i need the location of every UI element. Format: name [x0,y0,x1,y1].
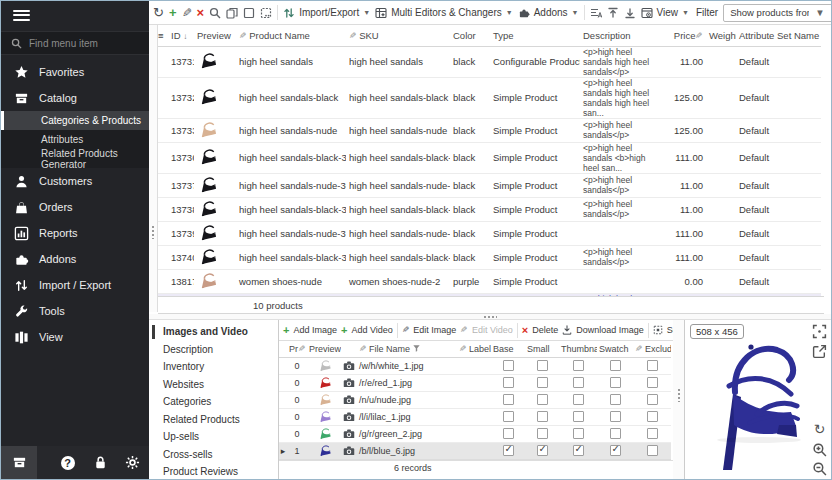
sidebar-item-11[interactable]: View [1,324,149,350]
delete-image-button[interactable]: ×Delete [522,325,558,336]
thumbnail-checkbox[interactable] [573,411,584,422]
cell-thumbnail[interactable] [559,374,597,391]
cell-small[interactable] [525,391,559,408]
cell-description[interactable]: <p>high heel sandals</p> [580,245,666,269]
cell-small[interactable] [525,442,559,459]
cell-product-name[interactable]: high heel sandals-nude-36 [236,173,346,197]
cell-id[interactable]: 13731 [168,46,194,77]
cell-sku[interactable]: high heel sandals-black [346,77,450,118]
select-button[interactable] [243,4,255,21]
cell-small[interactable] [525,357,559,374]
cell-product-name[interactable]: women shoes-nude [236,269,346,293]
cell-exclude[interactable] [633,374,671,391]
swatch-checkbox[interactable] [610,411,621,422]
cell-camera[interactable] [341,425,357,442]
base-checkbox[interactable] [503,360,514,371]
cell-swatch[interactable] [597,374,633,391]
cell-product-name[interactable]: high heel sandals-nude [236,118,346,142]
edit-button[interactable]: ✎ [182,4,192,21]
cell-weight[interactable] [706,245,736,269]
cell-sku[interactable]: high heel sandals-nude-36 [346,173,450,197]
sidebar-item-1[interactable]: Catalog [1,85,149,111]
tab-1[interactable]: Description [149,341,278,359]
thumbnail-checkbox[interactable] [573,445,584,456]
cell-description[interactable] [580,221,666,245]
cell-product-name[interactable]: high heel sandals-black-38 [236,245,346,269]
sidebar-item-5[interactable]: Customers [1,168,149,194]
import-export-menu[interactable]: Import/Export▼ [283,7,370,19]
cell-weight[interactable] [706,118,736,142]
exclude-checkbox[interactable] [647,377,658,388]
paste-special-button[interactable] [260,4,272,21]
expand-rows-button[interactable] [607,4,619,21]
cell-sku[interactable]: high heel sandals-nude [346,118,450,142]
cell-label[interactable] [457,408,491,425]
sidebar-item-3[interactable]: Attributes [1,130,149,149]
cell-type[interactable]: Configurable Product [490,46,580,77]
cell-weight[interactable] [706,46,736,77]
cell-file-name[interactable]: /n/u/nude.jpg [357,391,457,408]
cell-preview[interactable] [194,197,236,221]
edit-image-button[interactable]: ✎Edit Image [402,325,457,335]
cell-id[interactable]: 13738 [168,197,194,221]
cell-id[interactable]: 13739 [168,221,194,245]
sidebar-item-10[interactable]: Tools [1,298,149,324]
column-header-sku[interactable]: ✎ SKU [346,25,450,46]
cell-img-preview[interactable] [307,391,341,408]
tab-6[interactable]: Up-sells [149,428,278,446]
thumbnail-checkbox[interactable] [573,377,584,388]
tab-0[interactable]: Images and Video [149,323,278,341]
cell-label[interactable] [457,374,491,391]
cell-attribute-set[interactable]: Default [736,245,821,269]
cell-color[interactable]: black [450,46,490,77]
cell-price[interactable]: 111.00 [666,142,706,173]
image-row-2[interactable]: 0 /n/u/nude.jpg [279,391,671,408]
refresh-button[interactable]: ↻ [153,4,164,21]
base-checkbox[interactable] [503,394,514,405]
cell-type[interactable]: Simple Product [490,77,580,118]
cell-price[interactable]: 111.00 [666,245,706,269]
cell-camera[interactable] [341,391,357,408]
cell-preview[interactable] [194,173,236,197]
image-row-4[interactable]: 0 /g/r/green_2.jpg [279,425,671,442]
cell-label[interactable] [457,357,491,374]
cell-color[interactable]: black [450,197,490,221]
cell-type[interactable]: Simple Product [490,269,580,293]
column-header-swatch[interactable]: Swatch [597,341,633,357]
cell-weight[interactable] [706,197,736,221]
cell-color[interactable]: black [450,142,490,173]
swatch-checkbox[interactable] [610,377,621,388]
cell-img-preview[interactable] [307,374,341,391]
column-header-exclude[interactable]: ✎ Exclude [633,341,671,357]
cell-label[interactable] [457,442,491,459]
exclude-checkbox[interactable] [647,428,658,439]
small-checkbox[interactable] [537,360,548,371]
cell-thumbnail[interactable] [559,425,597,442]
product-row-6[interactable]: 13739 high heel sandals-nude-37 high hee… [158,221,821,245]
column-header-file-name[interactable]: ✎ File Name [357,341,457,357]
autosize-columns-button[interactable] [590,4,602,21]
cell-thumbnail[interactable] [559,442,597,459]
cell-price[interactable]: 11.00 [666,173,706,197]
cell-product-name[interactable]: high heel sandals-black-37 [236,197,346,221]
column-header-preview[interactable]: Preview [194,25,236,46]
cell-color[interactable]: purple [450,269,490,293]
small-checkbox[interactable] [537,445,548,456]
cell-price[interactable]: 0.00 [666,269,706,293]
product-row-4[interactable]: 13737 high heel sandals-nude-36 high hee… [158,173,821,197]
cell-exclude[interactable] [633,442,671,459]
lock-button[interactable] [84,446,117,479]
cell-small[interactable] [525,408,559,425]
cell-img-preview[interactable] [307,408,341,425]
cell-id[interactable]: 13737 [168,173,194,197]
cell-camera[interactable] [341,374,357,391]
cell-preview[interactable] [194,118,236,142]
cell-preview[interactable] [194,46,236,77]
download-image-button[interactable]: Download Image [562,325,644,335]
cell-id[interactable]: 13736 [168,142,194,173]
cell-exclude[interactable] [633,425,671,442]
cell-file-name[interactable]: /w/h/white_1.jpg [357,357,457,374]
cell-type[interactable]: Simple Product [490,173,580,197]
small-checkbox[interactable] [537,411,548,422]
cell-type[interactable]: Simple Product [490,142,580,173]
